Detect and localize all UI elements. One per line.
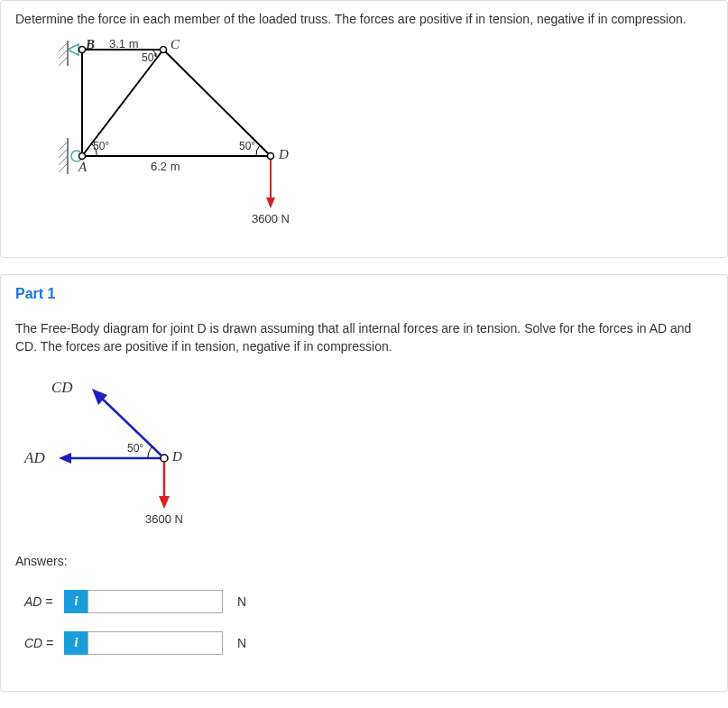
info-icon[interactable]: i xyxy=(64,631,88,655)
svg-line-1 xyxy=(59,50,68,59)
answer-label-CD: CD = xyxy=(24,636,64,650)
truss-svg xyxy=(42,41,331,239)
fbd-diagram: CD AD D 50° 3600 N xyxy=(24,373,241,536)
label-C: C xyxy=(170,37,180,52)
answer-row-AD: AD = i N xyxy=(24,590,713,613)
svg-point-16 xyxy=(79,47,86,53)
answer-label-AD: AD = xyxy=(24,594,64,609)
answers-label: Answers: xyxy=(15,554,713,568)
fbd-CD: CD xyxy=(51,379,73,397)
question-text: Determine the force in each member of th… xyxy=(15,12,713,26)
unit-CD: N xyxy=(237,636,246,650)
label-B: B xyxy=(86,37,95,52)
label-D: D xyxy=(279,147,289,162)
input-CD[interactable] xyxy=(88,631,223,655)
input-AD[interactable] xyxy=(88,590,223,613)
fbd-angle: 50° xyxy=(127,442,143,455)
svg-point-19 xyxy=(268,153,274,160)
angle-C: 50° xyxy=(142,51,158,64)
fbd-AD: AD xyxy=(24,449,45,467)
angle-A: 50° xyxy=(93,140,109,152)
svg-line-6 xyxy=(59,149,68,158)
svg-marker-28 xyxy=(159,496,170,509)
info-icon[interactable]: i xyxy=(64,590,88,613)
load-value: 3600 N xyxy=(252,212,290,225)
answer-row-CD: CD = i N xyxy=(24,631,713,655)
svg-line-5 xyxy=(59,142,68,151)
svg-marker-21 xyxy=(266,198,275,208)
angle-D: 50° xyxy=(239,140,255,152)
truss-diagram: B C A D 3.1 m 50° 50° 50° 6.2 m 3600 N xyxy=(42,41,331,239)
svg-line-7 xyxy=(59,156,68,165)
part1-title: Part 1 xyxy=(15,286,713,302)
svg-point-18 xyxy=(79,153,86,160)
svg-point-17 xyxy=(161,47,167,53)
dim-BC: 3.1 m xyxy=(109,37,139,51)
svg-line-2 xyxy=(59,57,68,66)
fbd-svg xyxy=(24,373,241,536)
svg-point-26 xyxy=(161,455,168,462)
fbd-load: 3600 N xyxy=(145,512,183,526)
part1-text: The Free-Body diagram for joint D is dra… xyxy=(15,320,713,355)
unit-AD: N xyxy=(237,594,246,609)
label-A: A xyxy=(78,160,87,175)
dim-AD: 6.2 m xyxy=(151,160,180,173)
fbd-D: D xyxy=(172,449,182,464)
question-card: Determine the force in each member of th… xyxy=(0,0,728,258)
svg-line-8 xyxy=(59,163,68,172)
svg-marker-23 xyxy=(59,453,71,464)
part1-card: Part 1 The Free-Body diagram for joint D… xyxy=(0,274,728,692)
svg-line-0 xyxy=(59,42,68,51)
